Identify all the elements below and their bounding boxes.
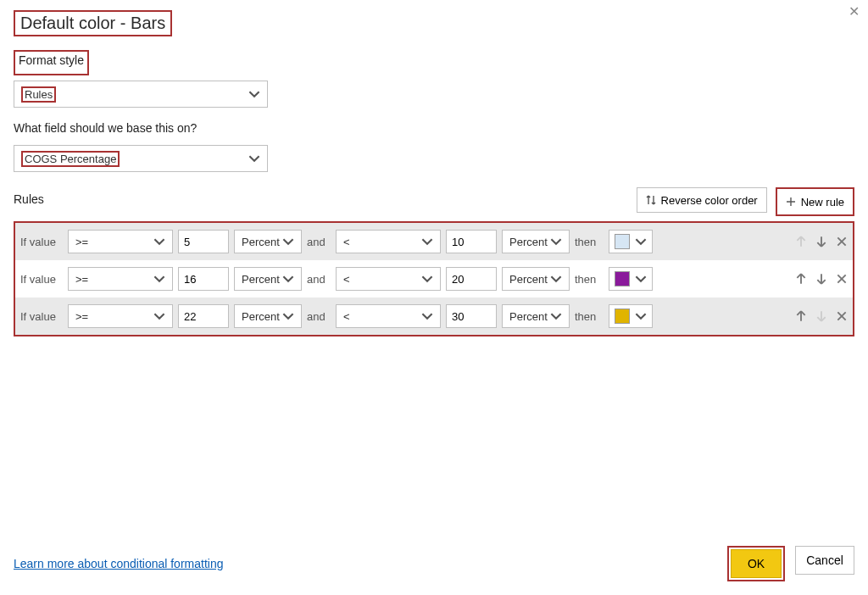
and-label: and (307, 310, 331, 323)
learn-more-link[interactable]: Learn more about conditional formatting (14, 557, 223, 570)
if-label: If value (20, 236, 63, 248)
unit1-dropdown[interactable]: Percent (234, 230, 302, 253)
if-label: If value (20, 310, 63, 323)
operator2-dropdown[interactable]: < (336, 230, 441, 253)
chevron-down-icon (550, 273, 562, 285)
value1-input[interactable] (178, 267, 229, 291)
value1-input[interactable] (178, 304, 229, 328)
ok-button[interactable]: OK (731, 549, 782, 578)
chevron-down-icon (282, 273, 294, 285)
operator1-dropdown[interactable]: >= (68, 230, 173, 253)
color-dropdown[interactable] (609, 304, 653, 328)
arrow-up-icon (795, 236, 807, 247)
chevron-down-icon (153, 273, 165, 285)
rules-label: Rules (14, 192, 44, 206)
if-label: If value (20, 273, 63, 286)
arrow-down-icon[interactable] (815, 273, 827, 285)
format-style-label: Format style (19, 53, 84, 67)
new-rule-button[interactable]: New rule (777, 189, 853, 214)
unit1-dropdown[interactable]: Percent (234, 267, 302, 291)
field-value: COGS Percentage (25, 153, 116, 165)
value1-input[interactable] (178, 230, 229, 253)
arrow-down-icon (815, 310, 827, 322)
then-label: then (575, 273, 604, 286)
chevron-down-icon (153, 236, 165, 247)
rule-row: If value >= Percent and < Percent then (15, 223, 853, 260)
operator1-dropdown[interactable]: >= (68, 267, 173, 291)
unit2-dropdown[interactable]: Percent (502, 230, 570, 253)
arrow-up-icon[interactable] (795, 273, 807, 285)
and-label: and (307, 273, 331, 286)
color-swatch (615, 309, 630, 324)
format-style-value: Rules (25, 88, 53, 101)
value2-input[interactable] (446, 304, 497, 328)
field-question-label: What field should we base this on? (14, 121, 197, 135)
close-icon[interactable]: ✕ (849, 3, 860, 19)
chevron-down-icon (282, 310, 294, 322)
and-label: and (307, 236, 331, 248)
chevron-down-icon (421, 310, 433, 322)
chevron-down-icon (635, 310, 647, 322)
reverse-label: Reverse color order (661, 194, 758, 207)
rules-panel: If value >= Percent and < Percent then I… (14, 221, 854, 336)
value2-input[interactable] (446, 230, 497, 253)
chevron-down-icon (421, 236, 433, 247)
then-label: then (575, 236, 604, 248)
chevron-down-icon (153, 310, 165, 322)
delete-icon[interactable] (836, 310, 848, 322)
unit1-dropdown[interactable]: Percent (234, 304, 302, 328)
color-swatch (615, 234, 630, 249)
color-dropdown[interactable] (609, 230, 653, 253)
arrow-up-icon[interactable] (795, 310, 807, 322)
operator1-dropdown[interactable]: >= (68, 304, 173, 328)
chevron-down-icon (635, 273, 647, 285)
field-dropdown[interactable]: COGS Percentage (14, 145, 268, 172)
operator2-dropdown[interactable]: < (336, 267, 441, 291)
plus-icon (786, 197, 796, 207)
chevron-down-icon (550, 310, 562, 322)
operator2-dropdown[interactable]: < (336, 304, 441, 328)
delete-icon[interactable] (836, 273, 848, 285)
color-dropdown[interactable] (609, 267, 653, 291)
dialog-title: Default color - Bars (20, 14, 165, 32)
unit2-dropdown[interactable]: Percent (502, 267, 570, 291)
chevron-down-icon (248, 153, 260, 164)
reverse-color-order-button[interactable]: Reverse color order (637, 187, 767, 213)
then-label: then (575, 310, 604, 323)
format-style-dropdown[interactable]: Rules (14, 81, 268, 108)
chevron-down-icon (421, 273, 433, 285)
chevron-down-icon (282, 236, 294, 247)
rule-row: If value >= Percent and < Percent then (15, 260, 853, 298)
delete-icon[interactable] (836, 236, 848, 247)
cancel-button[interactable]: Cancel (795, 546, 854, 575)
chevron-down-icon (635, 236, 647, 247)
chevron-down-icon (248, 88, 260, 100)
swap-icon (646, 195, 656, 205)
arrow-down-icon[interactable] (815, 236, 827, 247)
color-swatch (615, 271, 630, 286)
value2-input[interactable] (446, 267, 497, 291)
rule-row: If value >= Percent and < Percent then (15, 298, 853, 335)
new-rule-label: New rule (801, 196, 844, 209)
chevron-down-icon (550, 236, 562, 247)
unit2-dropdown[interactable]: Percent (502, 304, 570, 328)
